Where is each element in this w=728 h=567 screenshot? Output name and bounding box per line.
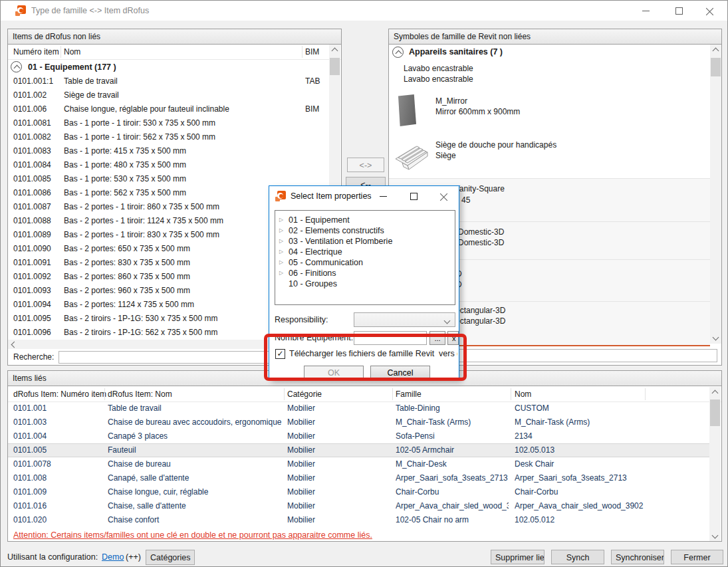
family-entry[interactable]: Lavabo encastrable Lavabo encastrable bbox=[389, 62, 710, 87]
column-famille[interactable]: Famille bbox=[396, 387, 422, 402]
dialog-maximize-button[interactable] bbox=[403, 186, 425, 206]
item-number: 0101.020 bbox=[13, 513, 47, 527]
tree-item[interactable]: ▷01 - Equipement bbox=[275, 215, 455, 225]
type-name: Desk Chair bbox=[515, 457, 644, 471]
tree-item[interactable]: ▷04 - Electrique bbox=[275, 247, 455, 257]
expand-arrow-icon[interactable]: ▷ bbox=[279, 236, 283, 247]
dialog-close-button[interactable] bbox=[433, 186, 456, 206]
collapse-group-icon[interactable] bbox=[11, 61, 22, 72]
nombre-equipement-input[interactable] bbox=[354, 331, 427, 345]
item-category: Mobilier bbox=[287, 415, 315, 429]
left-group-row[interactable]: 01 - Equipement (177 ) bbox=[8, 60, 341, 74]
column-drofus-numero[interactable]: dRofus Item: Numéro item bbox=[13, 387, 106, 402]
family-name: M_Mirror bbox=[435, 96, 467, 106]
synch-button[interactable]: Synch bbox=[551, 550, 604, 564]
scroll-up-icon[interactable] bbox=[709, 387, 721, 398]
type-name: Chair-Corbu bbox=[515, 485, 644, 499]
table-row[interactable]: 0101.0083Bas - 1 porte: 415 x 735 x 500 … bbox=[8, 144, 329, 158]
table-row[interactable]: 0101.0082Bas - 1 porte - 1 tiroir: 562 x… bbox=[8, 130, 329, 144]
column-numero-item[interactable]: Numéro item bbox=[13, 45, 59, 60]
upload-families-checkbox-label[interactable]: Télécharger les fichiers de famille Revi… bbox=[289, 348, 457, 360]
linked-vertical-scrollbar[interactable] bbox=[709, 387, 721, 541]
table-row[interactable]: 0101.016Chaise, salle d'attenteMobilierA… bbox=[8, 499, 709, 513]
delete-link-button[interactable]: Supprimer lien bbox=[491, 550, 545, 564]
scroll-down-icon[interactable] bbox=[710, 332, 721, 344]
item-number: 0101.0096 bbox=[13, 326, 51, 340]
tree-item[interactable]: ▷05 - Communication bbox=[275, 257, 455, 268]
tree-item[interactable]: 10 - Groupes bbox=[275, 279, 455, 289]
maximize-button[interactable] bbox=[664, 1, 694, 21]
config-demo-link[interactable]: Demo bbox=[102, 547, 124, 567]
right-vertical-scrollbar[interactable] bbox=[710, 45, 721, 344]
ok-button[interactable]: OK bbox=[304, 366, 364, 380]
expand-arrow-icon[interactable]: ▷ bbox=[279, 247, 283, 257]
item-number: 0101.016 bbox=[13, 499, 47, 513]
minimize-button[interactable] bbox=[631, 1, 661, 21]
table-row[interactable]: 0101.0078Chaise de bureauMobilierM_Chair… bbox=[8, 457, 709, 471]
table-row[interactable]: 0101.003Chaise de bureau avec accoudoirs… bbox=[8, 415, 709, 429]
close-dialog-button[interactable]: Fermer bbox=[671, 550, 723, 564]
table-row[interactable]: 0101.0081Bas - 1 porte - 1 tiroir: 530 x… bbox=[8, 116, 329, 130]
table-row-selected[interactable]: 0101.005FauteuilMobilier102-05 Armchair1… bbox=[8, 443, 709, 457]
scroll-up-icon[interactable] bbox=[329, 45, 340, 56]
item-number: 0101.002 bbox=[13, 88, 47, 102]
tree-item-label: 02 - Elements constructifs bbox=[289, 225, 384, 236]
column-bim[interactable]: BIM bbox=[305, 45, 319, 60]
cancel-button[interactable]: Cancel bbox=[370, 366, 430, 380]
family-name: 102-05 Armchair bbox=[396, 443, 509, 457]
table-row[interactable]: 0101.0084Bas - 1 porte: 480 x 735 x 500 … bbox=[8, 158, 329, 172]
table-row[interactable]: 0101.020Chaise confortMobilier102-05 Cha… bbox=[8, 513, 709, 527]
family-entry[interactable]: M_Mirror Mirror 600mm x 900mm bbox=[389, 87, 710, 136]
expand-arrow-icon[interactable]: ▷ bbox=[279, 268, 283, 279]
item-name: Chaise, salle d'attente bbox=[108, 499, 282, 513]
responsibility-dropdown[interactable] bbox=[354, 312, 455, 327]
column-nom2[interactable]: Nom bbox=[515, 387, 531, 402]
synchronize-all-button[interactable]: Synchroniser t bbox=[611, 550, 664, 564]
right-group-row[interactable]: Appareils sanitaires (7 ) bbox=[389, 45, 721, 59]
family-entry[interactable]: Siège de douche pour handicapés Siège bbox=[389, 136, 710, 179]
tree-item[interactable]: ▷06 - Finitions bbox=[275, 268, 455, 279]
column-drofus-nom[interactable]: dRofus Item: Nom bbox=[108, 387, 172, 402]
item-name: Bas - 2 portes: 1124 x 735 x 500 mm bbox=[64, 298, 194, 312]
item-category: Mobilier bbox=[287, 499, 315, 513]
item-number: 0101.0090 bbox=[13, 242, 51, 256]
table-row[interactable]: 0101.006Chaise longue, réglable pour fau… bbox=[8, 102, 329, 116]
table-row[interactable]: 0101.001Table de travailMobilierTable-Di… bbox=[8, 401, 709, 415]
table-row[interactable]: 0101.009Chaise longue, cuir, réglableMob… bbox=[8, 485, 709, 499]
family-type: Lavabo encastrable bbox=[404, 74, 473, 84]
table-row[interactable]: 0101.008Canapé, salle d'attenteMobilierA… bbox=[8, 471, 709, 485]
tree-item[interactable]: ▷03 - Ventilation et Plomberie bbox=[275, 236, 455, 247]
categories-button[interactable]: Catégories bbox=[146, 550, 195, 565]
table-row[interactable]: 0101.0085Bas - 1 porte: 530 x 735 x 500 … bbox=[8, 172, 329, 186]
table-row[interactable]: 0101.004Canapé 3 placesMobilierSofa-Pens… bbox=[8, 429, 709, 443]
scroll-up-icon[interactable] bbox=[710, 45, 721, 56]
search-label: Recherche: bbox=[13, 349, 54, 365]
link-items-button[interactable]: <-> bbox=[347, 158, 384, 172]
dialog-minimize-button[interactable] bbox=[372, 186, 395, 206]
family-name: 102-05 Chair no arm bbox=[396, 513, 509, 527]
clear-button[interactable]: x bbox=[447, 331, 459, 345]
item-number: 0101.0083 bbox=[13, 144, 51, 158]
expand-arrow-icon[interactable]: ▷ bbox=[279, 225, 283, 236]
scrollbar-thumb[interactable] bbox=[710, 399, 720, 426]
column-nom[interactable]: Nom bbox=[64, 45, 80, 60]
item-name: Bas - 1 porte - 1 tiroir: 562 x 735 x 50… bbox=[64, 130, 215, 144]
drofus-logo-icon bbox=[15, 5, 26, 16]
scroll-down-icon[interactable] bbox=[709, 530, 721, 541]
browse-button[interactable]: ... bbox=[429, 331, 445, 345]
column-categorie[interactable]: Catégorie bbox=[287, 387, 322, 402]
family-name: Sofa-Pensi bbox=[396, 429, 509, 443]
table-row[interactable]: 0101.002Siège de travail bbox=[8, 88, 329, 102]
close-button[interactable] bbox=[695, 1, 725, 21]
table-row[interactable]: 0101.001:1Table de travailTAB bbox=[8, 74, 329, 88]
scrollbar-thumb[interactable] bbox=[330, 58, 340, 75]
upload-families-checkbox[interactable]: ✓ bbox=[275, 349, 285, 359]
tree-item[interactable]: ▷02 - Elements constructifs bbox=[275, 225, 455, 236]
item-number: 0101.0087 bbox=[13, 200, 51, 214]
scrollbar-thumb[interactable] bbox=[711, 58, 721, 76]
scroll-left-icon[interactable] bbox=[11, 342, 18, 348]
item-category: Mobilier bbox=[287, 457, 315, 471]
expand-arrow-icon[interactable]: ▷ bbox=[279, 215, 283, 225]
expand-arrow-icon[interactable]: ▷ bbox=[279, 257, 283, 268]
collapse-group-icon[interactable] bbox=[392, 47, 404, 58]
